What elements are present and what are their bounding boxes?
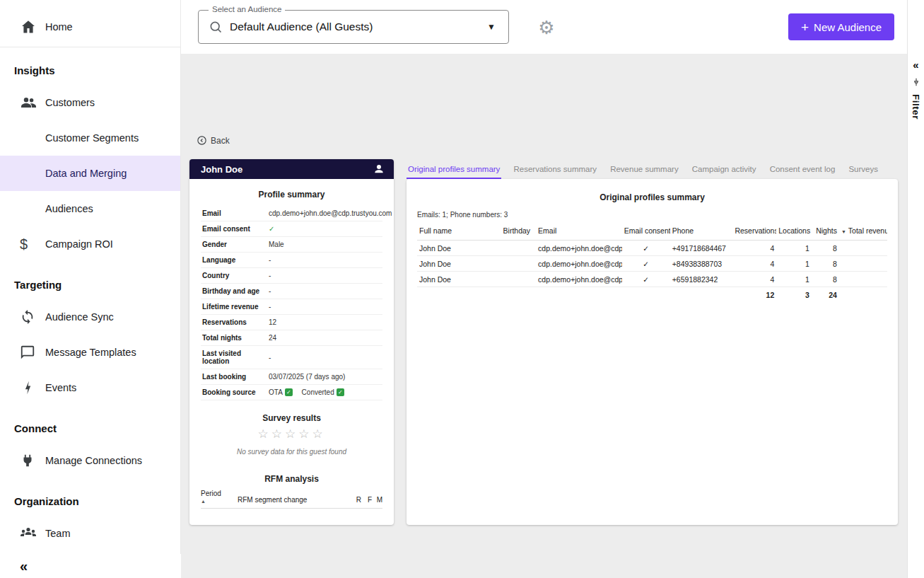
sidebar-item-events[interactable]: Events [0,370,180,405]
col-full-name[interactable]: Full name [417,221,501,241]
star-icon[interactable]: ☆ [257,427,271,441]
audience-settings-button[interactable]: ⚙ [531,16,562,40]
profile-summary-title: Profile summary [201,190,382,200]
main-content: Back John Doe Profile summary Email cdp.… [181,54,907,578]
sidebar-item-label: Team [45,528,70,539]
rfm-col-r: R [351,496,361,504]
person-icon [373,163,385,175]
sort-desc-icon: ▼ [841,229,846,234]
section-title-connect: Connect [0,405,180,443]
tab-reservations-summary[interactable]: Reservations summary [512,161,598,179]
profile-card: John Doe Profile summary Email cdp.demo+… [189,159,394,525]
sidebar-item-label: Manage Connections [45,455,142,466]
star-icon[interactable]: ☆ [271,427,285,441]
col-total-revenue[interactable]: ▼Total revenue [839,221,887,241]
table-totals-row: 12 3 24 [417,287,887,303]
sidebar-item-label: Data and Merging [45,168,127,179]
col-phone[interactable]: Phone [670,221,733,241]
star-icon[interactable]: ☆ [312,427,325,441]
collapse-sidebar-icon[interactable]: « [20,559,28,573]
check-icon: ✓ [269,225,274,233]
col-locations[interactable]: Locations [776,221,811,241]
col-nights[interactable]: Nights [812,221,839,241]
rfm-col-period[interactable]: Period ▲ [201,490,238,504]
original-profiles-table: Full name Birthday Email Email consent P… [417,221,887,302]
filter-rail-label[interactable]: Filter [911,94,921,120]
sidebar-item-label: Home [45,21,73,33]
empty-icon [20,129,44,146]
star-icon[interactable]: ☆ [298,427,312,441]
sync-icon [20,308,44,325]
sidebar-collapse-bar: « [0,554,181,578]
field-reservations: Reservations 12 [201,315,382,330]
sidebar-item-customers[interactable]: Customers [0,85,180,120]
filter-rail: « Filter [907,0,924,578]
sidebar-item-audiences[interactable]: Audiences [0,191,180,226]
back-button[interactable]: Back [197,135,230,146]
empty-icon [20,200,44,217]
field-last-visited-location: Last visited location - [201,346,382,369]
col-email-consent[interactable]: Email consent [622,221,670,241]
field-country: Country - [201,268,382,284]
detail-title: Original profiles summary [407,192,898,202]
sidebar-item-data-and-merging[interactable]: Data and Merging [0,156,180,191]
total-revenue [839,287,887,303]
tab-campaign-activity[interactable]: Campaign activity [691,161,758,179]
team-icon [20,525,44,542]
empty-icon [20,165,44,182]
sidebar-item-manage-connections[interactable]: Manage Connections [0,443,180,478]
sidebar-item-audience-sync[interactable]: Audience Sync [0,299,180,335]
sidebar-item-label: Audience Sync [45,311,114,323]
section-title-organization: Organization [0,478,180,516]
detail-tabs: Original profiles summary Reservations s… [407,159,898,179]
booking-source-converted-chip: Converted✓ [302,388,344,396]
total-locations: 3 [776,287,811,303]
detail-card: Original profiles summary Emails: 1; Pho… [407,179,898,525]
profile-card-header: John Doe [189,159,394,179]
sidebar-item-home[interactable]: Home [0,10,180,44]
pin-icon[interactable] [911,77,921,87]
sidebar-item-campaign-roi[interactable]: $ Campaign ROI [0,226,180,262]
sidebar-item-label: Audiences [45,203,93,214]
field-total-nights: Total nights 24 [201,330,382,346]
sidebar-item-label: Events [45,382,76,393]
back-label: Back [211,136,230,146]
sidebar-item-label: Campaign ROI [45,238,113,250]
col-birthday[interactable]: Birthday [501,221,536,241]
check-icon: ✓ [622,256,670,272]
new-audience-label: New Audience [814,21,882,33]
rfm-analysis-title: RFM analysis [201,474,382,484]
audience-select[interactable]: Select an Audience Default Audience (All… [198,10,509,44]
sidebar-item-team[interactable]: Team [0,516,180,551]
expand-filter-icon[interactable]: « [913,59,918,70]
back-arrow-icon [197,135,207,146]
tab-original-profiles-summary[interactable]: Original profiles summary [407,161,501,179]
col-reservations[interactable]: Reservations [732,221,776,241]
sidebar-item-message-templates[interactable]: Message Templates [0,335,180,370]
tab-consent-event-log[interactable]: Consent event log [768,161,837,179]
rfm-col-m: M [372,496,382,504]
table-row[interactable]: John Doe cdp.demo+john.doe@cdp.tr... ✓ +… [417,256,887,272]
field-birthday-age: Birthday and age - [201,284,382,299]
survey-results-title: Survey results [201,413,382,423]
col-email[interactable]: Email [536,221,622,241]
star-icon[interactable]: ☆ [285,427,298,441]
plug-icon [20,452,44,469]
table-row[interactable]: John Doe cdp.demo+john.doe@cdp.tr... ✓ +… [417,241,887,256]
section-title-insights: Insights [0,47,180,85]
profile-card-body: Profile summary Email cdp.demo+john.doe@… [189,190,394,509]
home-icon [20,18,44,35]
tab-surveys[interactable]: Surveys [847,161,879,179]
sidebar-item-customer-segments[interactable]: Customer Segments [0,120,180,156]
check-icon: ✓ [622,241,670,256]
table-row[interactable]: John Doe cdp.demo+john.doe@cdp.tr... ✓ +… [417,272,887,287]
new-audience-button[interactable]: + New Audience [788,13,894,40]
chevron-down-icon: ▼ [487,22,496,32]
rfm-col-segment-change: RFM segment change [238,496,351,504]
check-icon: ✓ [285,388,293,396]
field-language: Language - [201,253,382,268]
search-icon [209,20,223,34]
sort-asc-icon: ▲ [201,499,238,504]
survey-empty-message: No survey data for this guest found [201,448,382,456]
tab-revenue-summary[interactable]: Revenue summary [609,161,680,179]
